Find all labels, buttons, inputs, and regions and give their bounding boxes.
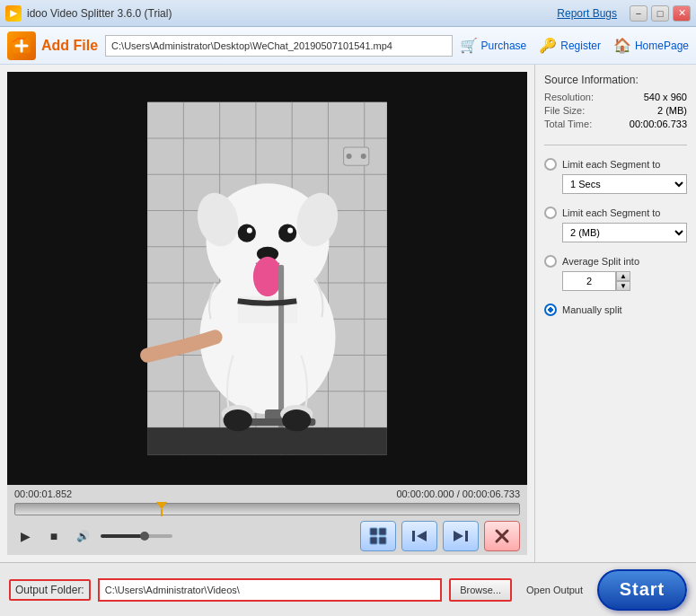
radio-limit-mb[interactable] [544, 207, 557, 219]
filesize-row: File Size: 2 (MB) [544, 105, 687, 116]
option-manually-row: Manually split [544, 304, 687, 316]
time-display: 00:00:01.852 00:00:00.000 / 00:00:06.733 [14, 488, 520, 499]
svg-point-26 [278, 224, 296, 242]
output-path-input[interactable] [98, 578, 442, 602]
title-bar-right: Report Bugs − □ ✕ [557, 5, 691, 22]
spinner-row: ▲ ▼ [562, 271, 687, 291]
svg-point-25 [238, 224, 256, 242]
close-button[interactable]: ✕ [673, 5, 691, 22]
split-buttons [360, 521, 520, 551]
video-controls: 00:00:01.852 00:00:00.000 / 00:00:06.733… [7, 485, 527, 555]
limit-secs-label: Limit each Segment to [562, 159, 660, 170]
window-title: idoo Video Splitter 3.6.0 (Trial) [27, 7, 172, 20]
average-split-label: Average Split into [562, 256, 639, 267]
toolbar-links: 🛒 Purchase 🔑 Register 🏠 HomePage [460, 37, 689, 54]
average-split-input[interactable] [562, 271, 616, 291]
svg-rect-46 [465, 531, 468, 541]
seek-marker [156, 502, 167, 518]
prev-segment-button[interactable] [401, 521, 437, 551]
option-average-split-row: Average Split into [544, 255, 687, 268]
filesize-label: File Size: [544, 105, 585, 116]
next-segment-button[interactable] [443, 521, 479, 551]
current-time: 00:00:01.852 [14, 488, 72, 499]
manually-split-label: Manually split [562, 304, 622, 315]
svg-rect-40 [370, 528, 377, 535]
svg-point-27 [247, 228, 252, 233]
source-info-title: Source Information: [544, 74, 687, 86]
svg-point-20 [361, 154, 366, 159]
video-area: 00:00:01.852 00:00:00.000 / 00:00:06.733… [0, 65, 534, 562]
register-link[interactable]: 🔑 Register [539, 37, 601, 54]
toolbar: Add File 🛒 Purchase 🔑 Register 🏠 HomePag… [0, 27, 696, 65]
purchase-icon: 🛒 [460, 37, 478, 54]
svg-point-19 [347, 154, 352, 159]
open-output-button[interactable]: Open Output [519, 578, 590, 602]
output-folder-label: Output Folder: [9, 579, 91, 601]
total-time: 00:00:00.000 / 00:00:06.733 [396, 488, 520, 499]
svg-rect-42 [370, 537, 377, 544]
totaltime-label: Total Time: [544, 119, 592, 129]
totaltime-value: 00:00:06.733 [630, 119, 687, 129]
svg-point-38 [224, 409, 252, 431]
title-bar-left: ▶ idoo Video Splitter 3.6.0 (Trial) [5, 5, 172, 22]
app-icon: ▶ [5, 5, 22, 22]
option-limit-secs-row: Limit each Segment to [544, 158, 687, 171]
file-path-input[interactable] [105, 35, 452, 57]
svg-rect-41 [379, 528, 386, 535]
volume-slider[interactable] [101, 534, 172, 538]
radio-manually-split[interactable] [544, 304, 557, 316]
homepage-label: HomePage [635, 40, 689, 52]
svg-rect-32 [278, 265, 284, 454]
add-file-label: Add File [41, 38, 98, 54]
homepage-link[interactable]: 🏠 HomePage [613, 37, 689, 54]
stop-button[interactable]: ■ [43, 525, 65, 547]
main-content: 00:00:01.852 00:00:00.000 / 00:00:06.733… [0, 65, 696, 562]
svg-point-30 [253, 257, 282, 296]
report-bugs-link[interactable]: Report Bugs [557, 7, 617, 20]
purchase-link[interactable]: 🛒 Purchase [460, 37, 527, 54]
limit-mb-label: Limit each Segment to [562, 207, 660, 218]
register-icon: 🔑 [539, 37, 557, 54]
play-button[interactable]: ▶ [14, 525, 36, 547]
browse-button[interactable]: Browse... [449, 578, 512, 602]
scene-split-button[interactable] [360, 521, 396, 551]
purchase-label: Purchase [481, 40, 527, 52]
spinner-buttons: ▲ ▼ [616, 271, 630, 291]
option-average-split-group: Average Split into ▲ ▼ [544, 255, 687, 296]
option-limit-mb-row: Limit each Segment to [544, 207, 687, 219]
option-limit-mb-group: Limit each Segment to 2 (MB) 5 (MB) 10 (… [544, 207, 687, 248]
seek-bar[interactable] [14, 503, 520, 515]
video-frame [7, 72, 527, 485]
divider-1 [544, 145, 687, 145]
register-label: Register [560, 40, 601, 52]
volume-icon: 🔊 [72, 525, 93, 547]
filesize-value: 2 (MB) [657, 105, 687, 116]
seek-line [161, 509, 163, 516]
resolution-row: Resolution: 540 x 960 [544, 92, 687, 102]
maximize-button[interactable]: □ [651, 5, 669, 22]
radio-limit-secs[interactable] [544, 158, 557, 171]
secs-select[interactable]: 1 Secs 2 Secs 5 Secs 10 Secs 30 Secs 60 … [562, 174, 687, 194]
start-button[interactable]: Start [597, 569, 687, 611]
totaltime-row: Total Time: 00:00:06.733 [544, 119, 687, 129]
option-limit-secs-group: Limit each Segment to 1 Secs 2 Secs 5 Se… [544, 158, 687, 199]
add-file-button[interactable]: Add File [7, 31, 98, 60]
spinner-down-button[interactable]: ▼ [616, 281, 630, 291]
mb-select-row: 2 (MB) 5 (MB) 10 (MB) 50 (MB) 100 (MB) [562, 223, 687, 242]
source-info: Source Information: Resolution: 540 x 96… [544, 74, 687, 132]
bottom-bar: Output Folder: Browse... Open Output Sta… [0, 562, 696, 616]
secs-select-row: 1 Secs 2 Secs 5 Secs 10 Secs 30 Secs 60 … [562, 174, 687, 194]
minimize-button[interactable]: − [630, 5, 648, 22]
svg-point-28 [287, 228, 293, 233]
video-display [7, 72, 527, 485]
mb-select[interactable]: 2 (MB) 5 (MB) 10 (MB) 50 (MB) 100 (MB) [562, 223, 687, 242]
right-panel: Source Information: Resolution: 540 x 96… [534, 65, 696, 562]
resolution-value: 540 x 960 [644, 92, 687, 102]
radio-average-split[interactable] [544, 255, 557, 268]
delete-segment-button[interactable] [484, 521, 520, 551]
homepage-icon: 🏠 [613, 37, 631, 54]
svg-marker-47 [454, 531, 463, 541]
add-file-icon [7, 31, 36, 60]
spinner-up-button[interactable]: ▲ [616, 271, 630, 281]
svg-point-39 [282, 409, 311, 431]
